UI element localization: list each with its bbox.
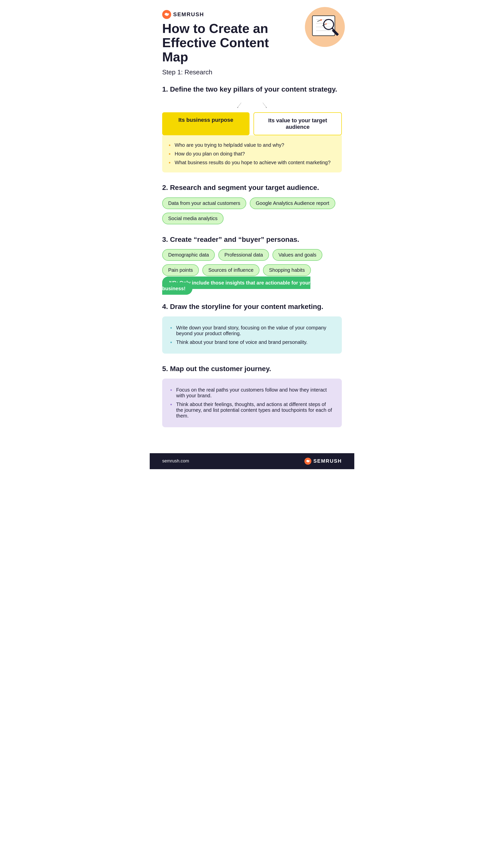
tag-actual-customers: Data from your actual customers <box>162 197 246 209</box>
svg-point-10 <box>325 21 332 28</box>
section-3-heading: 3. Create “reader” and “buyer” personas. <box>162 235 342 244</box>
section-3-tags: Demographic data Professional data Value… <box>162 249 342 276</box>
tag-social-media: Social media analytics <box>162 213 223 224</box>
tag-pain-points: Pain points <box>162 264 199 276</box>
section-4-box: Write down your brand story, focusing on… <box>162 317 342 354</box>
section-2: 2. Research and segment your target audi… <box>162 183 342 224</box>
footer: semrush.com SEMRUSH <box>150 453 354 469</box>
svg-line-13 <box>237 103 241 108</box>
semrush-logo-icon <box>162 10 171 19</box>
svg-line-15 <box>263 103 266 108</box>
section-5-box: Focus on the real paths your customers f… <box>162 379 342 427</box>
pillar-2-label: Its value to your target audience <box>268 117 327 130</box>
section-1-bullets: Who are you trying to help/add value to … <box>169 141 335 167</box>
section-5-bullet-1: Focus on the real paths your customers f… <box>170 385 334 400</box>
tag-shopping-habits: Shopping habits <box>263 264 311 276</box>
bullet-3: What business results do you hope to ach… <box>169 158 335 167</box>
arrows-diagram <box>222 99 282 111</box>
section-1: 1. Define the two key pillars of your co… <box>162 85 342 173</box>
pillar-business-purpose: Its business purpose <box>162 112 250 135</box>
svg-point-1 <box>166 13 168 15</box>
footer-url: semrush.com <box>162 458 189 464</box>
section-5-bullets: Focus on the real paths your customers f… <box>170 385 334 420</box>
section-2-tags: Data from your actual customers Google A… <box>162 197 342 224</box>
footer-logo-text: SEMRUSH <box>313 458 342 464</box>
nb-note: NB: Only include those insights that are… <box>162 276 310 295</box>
tag-professional: Professional data <box>218 249 269 261</box>
pillars-row: Its business purpose Its value to your t… <box>162 112 342 135</box>
section-2-heading: 2. Research and segment your target audi… <box>162 183 342 192</box>
tag-google-analytics: Google Analytics Audience report <box>250 197 335 209</box>
section-5-heading: 5. Map out the customer journey. <box>162 365 342 373</box>
section-4-bullet-1: Write down your brand story, focusing on… <box>170 323 334 338</box>
main-title: How to Create an Effective Content Map <box>162 21 292 65</box>
section-4-bullet-2: Think about your brand tone of voice and… <box>170 338 334 347</box>
tag-demographic: Demographic data <box>162 249 215 261</box>
section-4-heading: 4. Draw the storyline for your content m… <box>162 303 342 311</box>
pillar-1-label: Its business purpose <box>178 117 233 123</box>
svg-marker-16 <box>266 107 267 108</box>
section-4-bullets: Write down your brand story, focusing on… <box>170 323 334 347</box>
pillar-target-audience: Its value to your target audience <box>253 112 342 135</box>
svg-point-18 <box>307 460 309 462</box>
header-illustration <box>305 7 345 47</box>
bullet-2: How do you plan on doing that? <box>169 149 335 158</box>
bullet-1: Who are you trying to help/add value to … <box>169 141 335 149</box>
section-1-heading: 1. Define the two key pillars of your co… <box>162 85 342 94</box>
tag-sources-influence: Sources of influence <box>202 264 259 276</box>
tag-values-goals: Values and goals <box>272 249 322 261</box>
section-5: 5. Map out the customer journey. Focus o… <box>162 365 342 427</box>
section-4: 4. Draw the storyline for your content m… <box>162 303 342 354</box>
logo-text: SEMRUSH <box>173 11 204 18</box>
section-1-bullet-box: Who are you trying to help/add value to … <box>162 135 342 173</box>
svg-marker-14 <box>237 107 238 108</box>
step-label: Step 1: Research <box>162 68 342 76</box>
section-5-bullet-2: Think about their feelings, thoughts, an… <box>170 400 334 420</box>
svg-point-7 <box>320 19 322 21</box>
footer-logo-icon <box>304 458 311 465</box>
footer-logo: SEMRUSH <box>304 458 342 465</box>
section-3: 3. Create “reader” and “buyer” personas.… <box>162 235 342 292</box>
